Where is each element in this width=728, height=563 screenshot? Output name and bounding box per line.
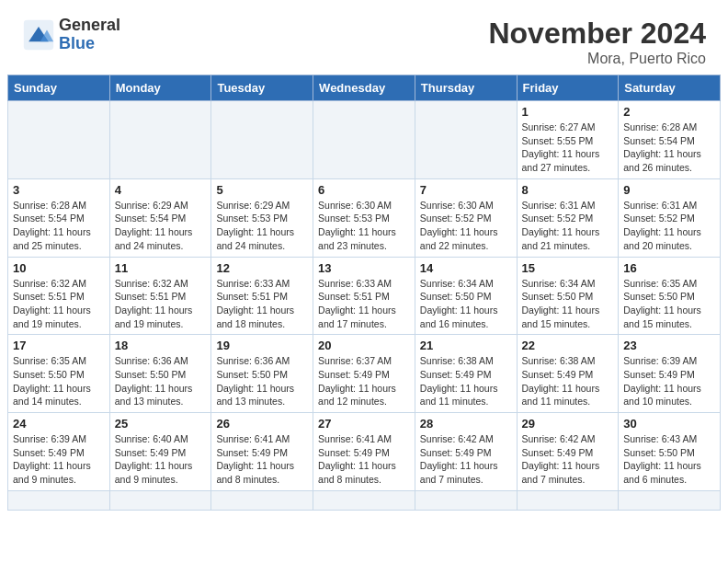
header-friday: Friday xyxy=(517,75,619,101)
day-number: 23 xyxy=(623,339,715,352)
day-info: Sunrise: 6:36 AM Sunset: 5:50 PM Dayligh… xyxy=(216,354,308,408)
day-info: Sunrise: 6:31 AM Sunset: 5:52 PM Dayligh… xyxy=(623,199,715,253)
table-cell: 15Sunrise: 6:34 AM Sunset: 5:50 PM Dayli… xyxy=(517,257,619,335)
table-cell xyxy=(313,490,415,510)
table-cell: 19Sunrise: 6:36 AM Sunset: 5:50 PM Dayli… xyxy=(211,335,313,413)
logo-blue-text: Blue xyxy=(59,35,120,53)
day-info: Sunrise: 6:42 AM Sunset: 5:49 PM Dayligh… xyxy=(522,432,614,487)
day-number: 29 xyxy=(522,417,614,431)
day-number: 25 xyxy=(115,417,207,431)
calendar-row: 3Sunrise: 6:28 AM Sunset: 5:54 PM Daylig… xyxy=(8,178,721,257)
day-number: 14 xyxy=(420,261,512,275)
day-info: Sunrise: 6:38 AM Sunset: 5:49 PM Dayligh… xyxy=(522,354,614,408)
day-number: 30 xyxy=(623,417,715,431)
day-info: Sunrise: 6:28 AM Sunset: 5:54 PM Dayligh… xyxy=(623,121,715,175)
day-info: Sunrise: 6:35 AM Sunset: 5:50 PM Dayligh… xyxy=(13,354,105,408)
table-cell xyxy=(109,101,211,179)
table-cell: 6Sunrise: 6:30 AM Sunset: 5:53 PM Daylig… xyxy=(313,178,415,257)
table-cell: 1Sunrise: 6:27 AM Sunset: 5:55 PM Daylig… xyxy=(517,101,619,179)
calendar-row: 10Sunrise: 6:32 AM Sunset: 5:51 PM Dayli… xyxy=(8,257,721,335)
day-number: 1 xyxy=(522,105,614,119)
table-cell: 30Sunrise: 6:43 AM Sunset: 5:50 PM Dayli… xyxy=(619,413,721,491)
day-info: Sunrise: 6:29 AM Sunset: 5:53 PM Dayligh… xyxy=(216,199,308,253)
month-title: November 2024 xyxy=(488,17,706,51)
header-sunday: Sunday xyxy=(8,75,110,101)
day-info: Sunrise: 6:38 AM Sunset: 5:49 PM Dayligh… xyxy=(420,354,512,408)
table-cell: 14Sunrise: 6:34 AM Sunset: 5:50 PM Dayli… xyxy=(415,257,517,335)
calendar-row: 1Sunrise: 6:27 AM Sunset: 5:55 PM Daylig… xyxy=(8,101,721,179)
day-info: Sunrise: 6:39 AM Sunset: 5:49 PM Dayligh… xyxy=(623,354,715,408)
day-info: Sunrise: 6:36 AM Sunset: 5:50 PM Dayligh… xyxy=(115,354,207,408)
day-info: Sunrise: 6:30 AM Sunset: 5:53 PM Dayligh… xyxy=(318,199,410,253)
day-info: Sunrise: 6:41 AM Sunset: 5:49 PM Dayligh… xyxy=(318,432,410,487)
calendar-row xyxy=(8,490,721,510)
day-info: Sunrise: 6:29 AM Sunset: 5:54 PM Dayligh… xyxy=(115,199,207,253)
day-number: 15 xyxy=(522,261,614,275)
day-number: 7 xyxy=(420,183,512,197)
table-cell: 21Sunrise: 6:38 AM Sunset: 5:49 PM Dayli… xyxy=(415,335,517,413)
table-cell: 4Sunrise: 6:29 AM Sunset: 5:54 PM Daylig… xyxy=(109,178,211,257)
table-cell: 23Sunrise: 6:39 AM Sunset: 5:49 PM Dayli… xyxy=(619,335,721,413)
day-number: 3 xyxy=(13,183,105,197)
table-cell xyxy=(8,490,110,510)
day-number: 28 xyxy=(420,417,512,431)
table-cell xyxy=(8,101,110,179)
day-number: 6 xyxy=(318,183,410,197)
day-info: Sunrise: 6:34 AM Sunset: 5:50 PM Dayligh… xyxy=(522,277,614,331)
table-cell: 10Sunrise: 6:32 AM Sunset: 5:51 PM Dayli… xyxy=(8,257,110,335)
table-cell: 22Sunrise: 6:38 AM Sunset: 5:49 PM Dayli… xyxy=(517,335,619,413)
location-title: Mora, Puerto Rico xyxy=(488,51,706,67)
day-info: Sunrise: 6:27 AM Sunset: 5:55 PM Dayligh… xyxy=(522,121,614,175)
table-cell: 2Sunrise: 6:28 AM Sunset: 5:54 PM Daylig… xyxy=(619,101,721,179)
table-cell: 12Sunrise: 6:33 AM Sunset: 5:51 PM Dayli… xyxy=(211,257,313,335)
day-number: 26 xyxy=(216,417,308,431)
table-cell: 11Sunrise: 6:32 AM Sunset: 5:51 PM Dayli… xyxy=(109,257,211,335)
table-cell: 8Sunrise: 6:31 AM Sunset: 5:52 PM Daylig… xyxy=(517,178,619,257)
day-number: 17 xyxy=(13,339,105,352)
day-number: 24 xyxy=(13,417,105,431)
header-thursday: Thursday xyxy=(415,75,517,101)
calendar-row: 17Sunrise: 6:35 AM Sunset: 5:50 PM Dayli… xyxy=(8,335,721,413)
table-cell: 7Sunrise: 6:30 AM Sunset: 5:52 PM Daylig… xyxy=(415,178,517,257)
header-monday: Monday xyxy=(109,75,211,101)
table-cell: 16Sunrise: 6:35 AM Sunset: 5:50 PM Dayli… xyxy=(619,257,721,335)
day-number: 20 xyxy=(318,339,410,352)
day-number: 27 xyxy=(318,417,410,431)
day-info: Sunrise: 6:28 AM Sunset: 5:54 PM Dayligh… xyxy=(13,199,105,253)
day-number: 10 xyxy=(13,261,105,275)
table-cell: 20Sunrise: 6:37 AM Sunset: 5:49 PM Dayli… xyxy=(313,335,415,413)
day-info: Sunrise: 6:30 AM Sunset: 5:52 PM Dayligh… xyxy=(420,199,512,253)
table-cell xyxy=(415,490,517,510)
table-cell xyxy=(109,490,211,510)
table-cell: 27Sunrise: 6:41 AM Sunset: 5:49 PM Dayli… xyxy=(313,413,415,491)
table-cell: 25Sunrise: 6:40 AM Sunset: 5:49 PM Dayli… xyxy=(109,413,211,491)
day-info: Sunrise: 6:40 AM Sunset: 5:49 PM Dayligh… xyxy=(115,432,207,487)
page-header: General Blue November 2024 Mora, Puerto … xyxy=(0,0,728,75)
logo-general-text: General xyxy=(59,17,120,35)
day-number: 4 xyxy=(115,183,207,197)
calendar-header-row: Sunday Monday Tuesday Wednesday Thursday… xyxy=(8,75,721,101)
day-info: Sunrise: 6:32 AM Sunset: 5:51 PM Dayligh… xyxy=(13,277,105,331)
table-cell: 5Sunrise: 6:29 AM Sunset: 5:53 PM Daylig… xyxy=(211,178,313,257)
table-cell: 24Sunrise: 6:39 AM Sunset: 5:49 PM Dayli… xyxy=(8,413,110,491)
day-number: 22 xyxy=(522,339,614,352)
logo-icon xyxy=(22,18,55,52)
title-block: November 2024 Mora, Puerto Rico xyxy=(488,17,706,67)
day-info: Sunrise: 6:35 AM Sunset: 5:50 PM Dayligh… xyxy=(623,277,715,331)
day-number: 9 xyxy=(623,183,715,197)
day-number: 16 xyxy=(623,261,715,275)
day-info: Sunrise: 6:33 AM Sunset: 5:51 PM Dayligh… xyxy=(318,277,410,331)
day-number: 18 xyxy=(115,339,207,352)
day-info: Sunrise: 6:41 AM Sunset: 5:49 PM Dayligh… xyxy=(216,432,308,487)
table-cell: 9Sunrise: 6:31 AM Sunset: 5:52 PM Daylig… xyxy=(619,178,721,257)
day-number: 13 xyxy=(318,261,410,275)
calendar-row: 24Sunrise: 6:39 AM Sunset: 5:49 PM Dayli… xyxy=(8,413,721,491)
header-saturday: Saturday xyxy=(619,75,721,101)
day-info: Sunrise: 6:39 AM Sunset: 5:49 PM Dayligh… xyxy=(13,432,105,487)
day-info: Sunrise: 6:43 AM Sunset: 5:50 PM Dayligh… xyxy=(623,432,715,487)
day-number: 2 xyxy=(623,105,715,119)
table-cell: 18Sunrise: 6:36 AM Sunset: 5:50 PM Dayli… xyxy=(109,335,211,413)
table-cell xyxy=(619,490,721,510)
day-number: 11 xyxy=(115,261,207,275)
table-cell: 29Sunrise: 6:42 AM Sunset: 5:49 PM Dayli… xyxy=(517,413,619,491)
